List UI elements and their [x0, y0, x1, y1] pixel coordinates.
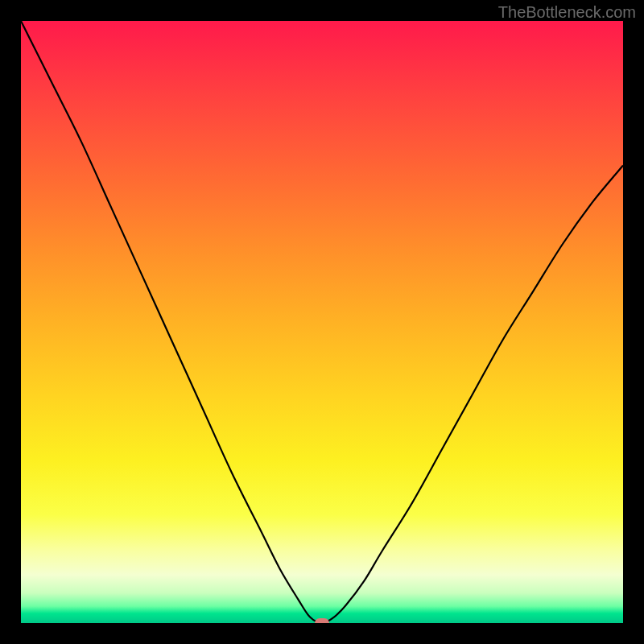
chart-frame: TheBottleneck.com — [0, 0, 644, 644]
watermark-text: TheBottleneck.com — [498, 3, 636, 22]
bottleneck-curve — [21, 21, 623, 623]
plot-area — [21, 21, 623, 623]
marker-dot — [315, 618, 329, 623]
